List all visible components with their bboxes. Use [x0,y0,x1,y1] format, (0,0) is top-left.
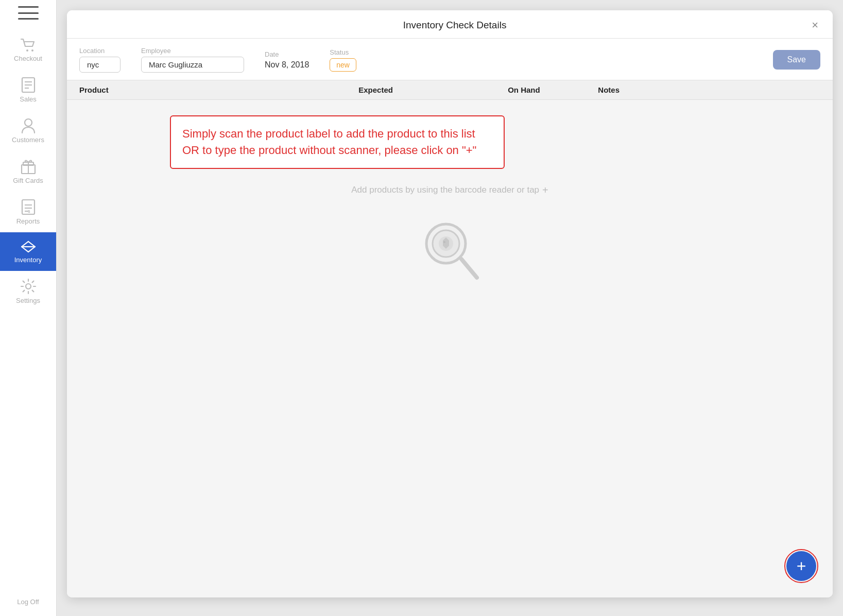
modal: Inventory Check Details × Location nyc E… [67,10,833,597]
svg-point-0 [26,49,28,52]
date-label: Date [265,50,309,58]
sidebar-label-settings: Settings [16,297,40,304]
svg-line-21 [461,259,477,278]
col-onhand: On Hand [450,85,598,94]
instruction-text: Simply scan the product label to add the… [182,127,476,157]
empty-hint-text: Add products by using the barcode reader… [351,185,539,195]
save-button[interactable]: Save [773,50,820,70]
modal-header: Inventory Check Details × [67,10,833,39]
date-value: Nov 8, 2018 [265,60,309,70]
employee-group: Employee Marc Gugliuzza [141,47,244,73]
sidebar-item-giftcards[interactable]: Gift Cards [0,151,56,192]
sidebar-label-customers: Customers [12,136,44,144]
sidebar-label-inventory: Inventory [14,256,42,264]
col-expected: Expected [302,85,450,94]
sidebar-label-reports: Reports [16,217,40,225]
table-header: Product Expected On Hand Notes [67,80,833,100]
empty-hint-plus: + [542,184,548,196]
sidebar-item-reports[interactable]: $ Reports [0,192,56,232]
sidebar-item-checkout[interactable]: Checkout [0,31,56,70]
col-notes: Notes [598,85,820,94]
magnifier-icon [419,217,481,284]
close-button[interactable]: × [810,20,820,31]
svg-point-1 [31,49,33,52]
location-group: Location nyc [79,47,121,73]
sales-icon [21,77,36,93]
sidebar-item-customers[interactable]: Customers [0,110,56,151]
svg-point-20 [443,241,445,243]
menu-icon[interactable] [18,5,39,21]
employee-label: Employee [141,47,244,55]
inventory-icon [20,239,37,254]
main-area: Inventory Check Details × Location nyc E… [57,0,843,616]
status-badge: new [330,58,356,72]
table-body: Simply scan the product label to add the… [67,100,833,597]
gift-icon [20,158,37,175]
date-group: Date Nov 8, 2018 [265,50,309,70]
logoff-button[interactable]: Log Off [0,588,56,616]
svg-text:$: $ [28,209,30,214]
empty-hint: Add products by using the barcode reader… [351,184,548,196]
sidebar-item-sales[interactable]: Sales [0,70,56,110]
settings-icon [20,278,37,295]
svg-point-16 [26,284,31,289]
status-label: Status [330,48,356,56]
sidebar-label-giftcards: Gift Cards [13,177,43,184]
add-product-button[interactable]: + [786,551,816,581]
modal-title: Inventory Check Details [100,20,810,31]
cart-icon [20,38,37,53]
sidebar-item-inventory[interactable]: Inventory [0,232,56,271]
magnifier-container [419,217,481,284]
sidebar-label-sales: Sales [20,95,37,103]
instruction-box: Simply scan the product label to add the… [170,115,505,169]
employee-input[interactable]: Marc Gugliuzza [141,57,244,73]
status-group: Status new [330,48,356,72]
col-product: Product [79,85,302,94]
reports-icon: $ [21,199,36,215]
sidebar-item-settings[interactable]: Settings [0,271,56,312]
sidebar: Checkout Sales Customers Gift Cards [0,0,57,616]
svg-point-6 [25,119,32,126]
form-row: Location nyc Employee Marc Gugliuzza Dat… [67,39,833,80]
customers-icon [21,117,36,134]
location-label: Location [79,47,121,55]
sidebar-label-checkout: Checkout [14,55,42,62]
location-input[interactable]: nyc [79,57,121,73]
add-button-container: + [784,549,818,583]
